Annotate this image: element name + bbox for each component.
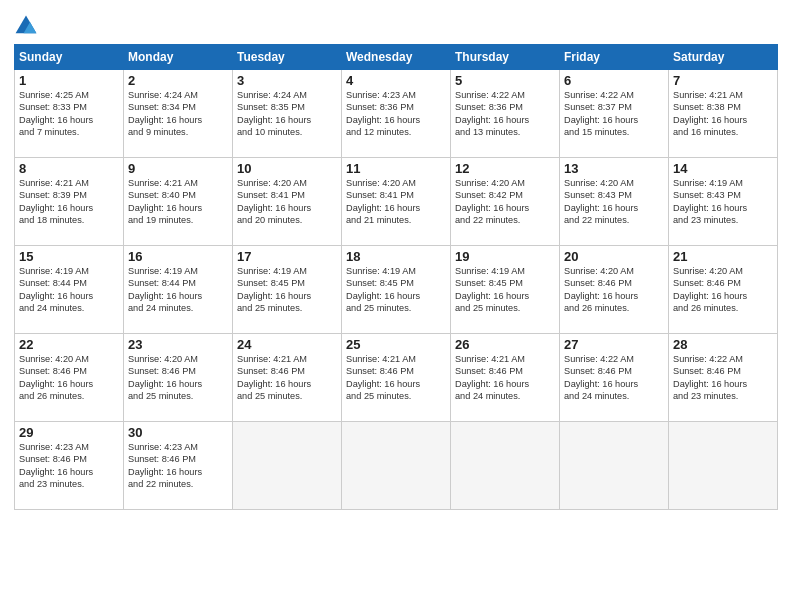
day-cell: 26Sunrise: 4:21 AM Sunset: 8:46 PM Dayli… [451,334,560,422]
day-info: Sunrise: 4:20 AM Sunset: 8:41 PM Dayligh… [346,177,446,227]
day-cell: 27Sunrise: 4:22 AM Sunset: 8:46 PM Dayli… [560,334,669,422]
header-wednesday: Wednesday [342,45,451,70]
day-cell: 13Sunrise: 4:20 AM Sunset: 8:43 PM Dayli… [560,158,669,246]
header-friday: Friday [560,45,669,70]
day-info: Sunrise: 4:19 AM Sunset: 8:45 PM Dayligh… [455,265,555,315]
day-cell: 6Sunrise: 4:22 AM Sunset: 8:37 PM Daylig… [560,70,669,158]
day-info: Sunrise: 4:22 AM Sunset: 8:46 PM Dayligh… [673,353,773,403]
day-number: 17 [237,249,337,264]
day-info: Sunrise: 4:21 AM Sunset: 8:39 PM Dayligh… [19,177,119,227]
day-info: Sunrise: 4:19 AM Sunset: 8:45 PM Dayligh… [237,265,337,315]
day-number: 29 [19,425,119,440]
day-cell: 28Sunrise: 4:22 AM Sunset: 8:46 PM Dayli… [669,334,778,422]
week-row-1: 8Sunrise: 4:21 AM Sunset: 8:39 PM Daylig… [15,158,778,246]
header [14,10,778,38]
day-cell: 7Sunrise: 4:21 AM Sunset: 8:38 PM Daylig… [669,70,778,158]
day-info: Sunrise: 4:21 AM Sunset: 8:40 PM Dayligh… [128,177,228,227]
day-number: 13 [564,161,664,176]
day-cell: 11Sunrise: 4:20 AM Sunset: 8:41 PM Dayli… [342,158,451,246]
day-cell: 16Sunrise: 4:19 AM Sunset: 8:44 PM Dayli… [124,246,233,334]
day-number: 19 [455,249,555,264]
day-cell: 29Sunrise: 4:23 AM Sunset: 8:46 PM Dayli… [15,422,124,510]
day-number: 2 [128,73,228,88]
day-info: Sunrise: 4:21 AM Sunset: 8:38 PM Dayligh… [673,89,773,139]
day-info: Sunrise: 4:19 AM Sunset: 8:43 PM Dayligh… [673,177,773,227]
day-cell: 5Sunrise: 4:22 AM Sunset: 8:36 PM Daylig… [451,70,560,158]
day-info: Sunrise: 4:23 AM Sunset: 8:46 PM Dayligh… [19,441,119,491]
day-info: Sunrise: 4:24 AM Sunset: 8:35 PM Dayligh… [237,89,337,139]
day-info: Sunrise: 4:20 AM Sunset: 8:46 PM Dayligh… [19,353,119,403]
day-number: 6 [564,73,664,88]
day-cell: 15Sunrise: 4:19 AM Sunset: 8:44 PM Dayli… [15,246,124,334]
day-number: 25 [346,337,446,352]
day-cell: 8Sunrise: 4:21 AM Sunset: 8:39 PM Daylig… [15,158,124,246]
day-cell [451,422,560,510]
day-cell: 4Sunrise: 4:23 AM Sunset: 8:36 PM Daylig… [342,70,451,158]
day-number: 22 [19,337,119,352]
day-info: Sunrise: 4:20 AM Sunset: 8:42 PM Dayligh… [455,177,555,227]
day-info: Sunrise: 4:20 AM Sunset: 8:41 PM Dayligh… [237,177,337,227]
day-number: 24 [237,337,337,352]
day-number: 5 [455,73,555,88]
day-info: Sunrise: 4:19 AM Sunset: 8:44 PM Dayligh… [128,265,228,315]
day-number: 3 [237,73,337,88]
day-number: 10 [237,161,337,176]
day-cell: 20Sunrise: 4:20 AM Sunset: 8:46 PM Dayli… [560,246,669,334]
day-cell [342,422,451,510]
day-info: Sunrise: 4:20 AM Sunset: 8:46 PM Dayligh… [673,265,773,315]
day-cell: 19Sunrise: 4:19 AM Sunset: 8:45 PM Dayli… [451,246,560,334]
day-cell [233,422,342,510]
day-number: 1 [19,73,119,88]
day-cell: 18Sunrise: 4:19 AM Sunset: 8:45 PM Dayli… [342,246,451,334]
day-number: 27 [564,337,664,352]
day-number: 4 [346,73,446,88]
day-number: 14 [673,161,773,176]
logo-icon [14,14,38,38]
day-number: 12 [455,161,555,176]
day-info: Sunrise: 4:20 AM Sunset: 8:46 PM Dayligh… [564,265,664,315]
page: SundayMondayTuesdayWednesdayThursdayFrid… [0,0,792,612]
day-number: 30 [128,425,228,440]
day-info: Sunrise: 4:20 AM Sunset: 8:46 PM Dayligh… [128,353,228,403]
day-info: Sunrise: 4:21 AM Sunset: 8:46 PM Dayligh… [455,353,555,403]
day-number: 15 [19,249,119,264]
week-row-4: 29Sunrise: 4:23 AM Sunset: 8:46 PM Dayli… [15,422,778,510]
day-cell: 23Sunrise: 4:20 AM Sunset: 8:46 PM Dayli… [124,334,233,422]
day-info: Sunrise: 4:23 AM Sunset: 8:36 PM Dayligh… [346,89,446,139]
day-cell [669,422,778,510]
day-cell: 10Sunrise: 4:20 AM Sunset: 8:41 PM Dayli… [233,158,342,246]
day-number: 21 [673,249,773,264]
day-info: Sunrise: 4:22 AM Sunset: 8:36 PM Dayligh… [455,89,555,139]
calendar-header-row: SundayMondayTuesdayWednesdayThursdayFrid… [15,45,778,70]
day-info: Sunrise: 4:25 AM Sunset: 8:33 PM Dayligh… [19,89,119,139]
day-number: 8 [19,161,119,176]
day-cell: 17Sunrise: 4:19 AM Sunset: 8:45 PM Dayli… [233,246,342,334]
day-number: 9 [128,161,228,176]
day-cell: 2Sunrise: 4:24 AM Sunset: 8:34 PM Daylig… [124,70,233,158]
day-number: 26 [455,337,555,352]
header-monday: Monday [124,45,233,70]
day-info: Sunrise: 4:21 AM Sunset: 8:46 PM Dayligh… [346,353,446,403]
day-number: 23 [128,337,228,352]
day-cell: 1Sunrise: 4:25 AM Sunset: 8:33 PM Daylig… [15,70,124,158]
day-cell: 25Sunrise: 4:21 AM Sunset: 8:46 PM Dayli… [342,334,451,422]
day-cell: 9Sunrise: 4:21 AM Sunset: 8:40 PM Daylig… [124,158,233,246]
day-number: 20 [564,249,664,264]
day-cell: 24Sunrise: 4:21 AM Sunset: 8:46 PM Dayli… [233,334,342,422]
day-number: 28 [673,337,773,352]
header-thursday: Thursday [451,45,560,70]
day-cell: 21Sunrise: 4:20 AM Sunset: 8:46 PM Dayli… [669,246,778,334]
day-cell [560,422,669,510]
day-number: 7 [673,73,773,88]
day-cell: 22Sunrise: 4:20 AM Sunset: 8:46 PM Dayli… [15,334,124,422]
header-saturday: Saturday [669,45,778,70]
day-info: Sunrise: 4:22 AM Sunset: 8:46 PM Dayligh… [564,353,664,403]
week-row-3: 22Sunrise: 4:20 AM Sunset: 8:46 PM Dayli… [15,334,778,422]
week-row-0: 1Sunrise: 4:25 AM Sunset: 8:33 PM Daylig… [15,70,778,158]
day-number: 16 [128,249,228,264]
day-cell: 3Sunrise: 4:24 AM Sunset: 8:35 PM Daylig… [233,70,342,158]
logo [14,14,42,38]
day-info: Sunrise: 4:19 AM Sunset: 8:45 PM Dayligh… [346,265,446,315]
day-info: Sunrise: 4:21 AM Sunset: 8:46 PM Dayligh… [237,353,337,403]
day-number: 11 [346,161,446,176]
